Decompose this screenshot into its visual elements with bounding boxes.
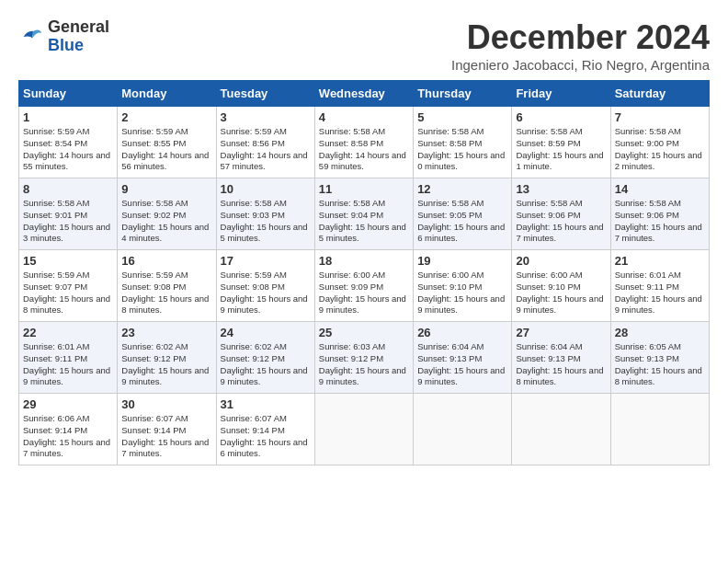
logo-icon	[18, 24, 44, 50]
day-number: 11	[319, 182, 409, 196]
day-number: 28	[615, 326, 705, 339]
cell-info: Sunrise: 6:00 AMSunset: 9:09 PMDaylight:…	[319, 270, 406, 315]
calendar-cell: 25Sunrise: 6:03 AMSunset: 9:12 PMDayligh…	[314, 322, 413, 394]
day-number: 13	[516, 182, 606, 196]
location-subtitle: Ingeniero Jacobacci, Rio Negro, Argentin…	[451, 57, 710, 73]
day-number: 19	[417, 254, 507, 268]
calendar-header-row: SundayMondayTuesdayWednesdayThursdayFrid…	[19, 81, 710, 107]
calendar-cell	[414, 394, 512, 465]
day-number: 20	[516, 254, 606, 268]
day-number: 6	[516, 110, 606, 124]
cell-info: Sunrise: 6:00 AMSunset: 9:10 PMDaylight:…	[516, 270, 603, 315]
calendar-cell: 9Sunrise: 5:58 AMSunset: 9:02 PMDaylight…	[118, 178, 216, 250]
day-number: 2	[121, 110, 211, 124]
day-number: 31	[221, 397, 311, 411]
calendar-cell: 26Sunrise: 6:04 AMSunset: 9:13 PMDayligh…	[414, 322, 512, 394]
cell-info: Sunrise: 6:01 AMSunset: 9:11 PMDaylight:…	[23, 341, 110, 386]
calendar-cell: 17Sunrise: 5:59 AMSunset: 9:08 PMDayligh…	[216, 250, 314, 322]
cell-info: Sunrise: 6:05 AMSunset: 9:13 PMDaylight:…	[615, 341, 702, 386]
cell-info: Sunrise: 5:59 AMSunset: 8:54 PMDaylight:…	[23, 126, 110, 171]
calendar-cell: 13Sunrise: 5:58 AMSunset: 9:06 PMDayligh…	[512, 178, 610, 250]
day-header-sunday: Sunday	[19, 81, 118, 107]
title-block: December 2024 Ingeniero Jacobacci, Rio N…	[451, 18, 710, 73]
day-header-wednesday: Wednesday	[314, 81, 413, 107]
calendar-cell: 31Sunrise: 6:07 AMSunset: 9:14 PMDayligh…	[216, 394, 314, 465]
calendar-cell	[512, 394, 610, 465]
calendar-body: 1Sunrise: 5:59 AMSunset: 8:54 PMDaylight…	[19, 107, 710, 465]
calendar-cell: 28Sunrise: 6:05 AMSunset: 9:13 PMDayligh…	[610, 322, 709, 394]
cell-info: Sunrise: 5:58 AMSunset: 9:05 PMDaylight:…	[417, 198, 505, 243]
cell-info: Sunrise: 6:04 AMSunset: 9:13 PMDaylight:…	[417, 341, 505, 386]
calendar-cell: 3Sunrise: 5:59 AMSunset: 8:56 PMDaylight…	[216, 107, 314, 178]
day-number: 12	[417, 182, 507, 196]
day-number: 23	[121, 326, 211, 339]
calendar-cell: 6Sunrise: 5:58 AMSunset: 8:59 PMDaylight…	[512, 107, 610, 178]
cell-info: Sunrise: 5:58 AMSunset: 8:59 PMDaylight:…	[516, 126, 603, 171]
logo-general: General	[48, 17, 109, 36]
calendar-cell: 10Sunrise: 5:58 AMSunset: 9:03 PMDayligh…	[216, 178, 314, 250]
calendar-cell: 20Sunrise: 6:00 AMSunset: 9:10 PMDayligh…	[512, 250, 610, 322]
cell-info: Sunrise: 5:58 AMSunset: 9:02 PMDaylight:…	[121, 198, 209, 243]
calendar-cell: 11Sunrise: 5:58 AMSunset: 9:04 PMDayligh…	[314, 178, 413, 250]
calendar-cell: 16Sunrise: 5:59 AMSunset: 9:08 PMDayligh…	[118, 250, 216, 322]
day-number: 1	[23, 110, 113, 124]
calendar-cell: 24Sunrise: 6:02 AMSunset: 9:12 PMDayligh…	[216, 322, 314, 394]
cell-info: Sunrise: 6:02 AMSunset: 9:12 PMDaylight:…	[221, 341, 308, 386]
cell-info: Sunrise: 5:58 AMSunset: 9:04 PMDaylight:…	[319, 198, 406, 243]
calendar-cell: 22Sunrise: 6:01 AMSunset: 9:11 PMDayligh…	[19, 322, 118, 394]
day-number: 24	[221, 326, 311, 339]
calendar-cell: 15Sunrise: 5:59 AMSunset: 9:07 PMDayligh…	[19, 250, 118, 322]
cell-info: Sunrise: 5:59 AMSunset: 9:08 PMDaylight:…	[121, 270, 209, 315]
day-header-monday: Monday	[118, 81, 216, 107]
cell-info: Sunrise: 6:07 AMSunset: 9:14 PMDaylight:…	[121, 413, 209, 458]
day-number: 15	[23, 254, 113, 268]
cell-info: Sunrise: 5:59 AMSunset: 9:07 PMDaylight:…	[23, 270, 110, 315]
calendar-cell: 4Sunrise: 5:58 AMSunset: 8:58 PMDaylight…	[314, 107, 413, 178]
day-number: 4	[319, 110, 409, 124]
day-number: 30	[121, 397, 211, 411]
day-header-thursday: Thursday	[414, 81, 512, 107]
week-row-4: 22Sunrise: 6:01 AMSunset: 9:11 PMDayligh…	[19, 322, 710, 394]
cell-info: Sunrise: 5:58 AMSunset: 9:00 PMDaylight:…	[615, 126, 702, 171]
calendar-cell: 14Sunrise: 5:58 AMSunset: 9:06 PMDayligh…	[610, 178, 709, 250]
day-number: 29	[23, 397, 113, 411]
cell-info: Sunrise: 6:02 AMSunset: 9:12 PMDaylight:…	[121, 341, 209, 386]
day-number: 16	[121, 254, 211, 268]
calendar-cell: 7Sunrise: 5:58 AMSunset: 9:00 PMDaylight…	[610, 107, 709, 178]
day-number: 17	[221, 254, 311, 268]
calendar-cell: 21Sunrise: 6:01 AMSunset: 9:11 PMDayligh…	[610, 250, 709, 322]
cell-info: Sunrise: 5:58 AMSunset: 8:58 PMDaylight:…	[417, 126, 505, 171]
calendar-cell: 2Sunrise: 5:59 AMSunset: 8:55 PMDaylight…	[118, 107, 216, 178]
cell-info: Sunrise: 5:59 AMSunset: 8:55 PMDaylight:…	[121, 126, 209, 171]
cell-info: Sunrise: 5:58 AMSunset: 9:01 PMDaylight:…	[23, 198, 110, 243]
cell-info: Sunrise: 5:58 AMSunset: 9:06 PMDaylight:…	[516, 198, 603, 243]
cell-info: Sunrise: 6:04 AMSunset: 9:13 PMDaylight:…	[516, 341, 603, 386]
day-number: 27	[516, 326, 606, 339]
logo: General Blue	[18, 18, 109, 55]
cell-info: Sunrise: 5:59 AMSunset: 8:56 PMDaylight:…	[221, 126, 308, 171]
calendar-cell: 29Sunrise: 6:06 AMSunset: 9:14 PMDayligh…	[19, 394, 118, 465]
calendar-cell: 18Sunrise: 6:00 AMSunset: 9:09 PMDayligh…	[314, 250, 413, 322]
calendar-cell: 23Sunrise: 6:02 AMSunset: 9:12 PMDayligh…	[118, 322, 216, 394]
calendar-cell	[610, 394, 709, 465]
day-header-saturday: Saturday	[610, 81, 709, 107]
day-number: 26	[417, 326, 507, 339]
logo-blue: Blue	[48, 36, 84, 54]
day-number: 7	[615, 110, 705, 124]
day-number: 18	[319, 254, 409, 268]
week-row-2: 8Sunrise: 5:58 AMSunset: 9:01 PMDaylight…	[19, 178, 710, 250]
calendar-cell: 8Sunrise: 5:58 AMSunset: 9:01 PMDaylight…	[19, 178, 118, 250]
day-number: 22	[23, 326, 113, 339]
calendar-cell	[314, 394, 413, 465]
calendar-cell: 19Sunrise: 6:00 AMSunset: 9:10 PMDayligh…	[414, 250, 512, 322]
day-number: 14	[615, 182, 705, 196]
cell-info: Sunrise: 6:06 AMSunset: 9:14 PMDaylight:…	[23, 413, 110, 458]
calendar-cell: 30Sunrise: 6:07 AMSunset: 9:14 PMDayligh…	[118, 394, 216, 465]
cell-info: Sunrise: 6:03 AMSunset: 9:12 PMDaylight:…	[319, 341, 406, 386]
day-number: 5	[417, 110, 507, 124]
day-number: 21	[615, 254, 705, 268]
cell-info: Sunrise: 6:00 AMSunset: 9:10 PMDaylight:…	[417, 270, 505, 315]
day-number: 9	[121, 182, 211, 196]
day-number: 8	[23, 182, 113, 196]
cell-info: Sunrise: 5:58 AMSunset: 8:58 PMDaylight:…	[319, 126, 406, 171]
